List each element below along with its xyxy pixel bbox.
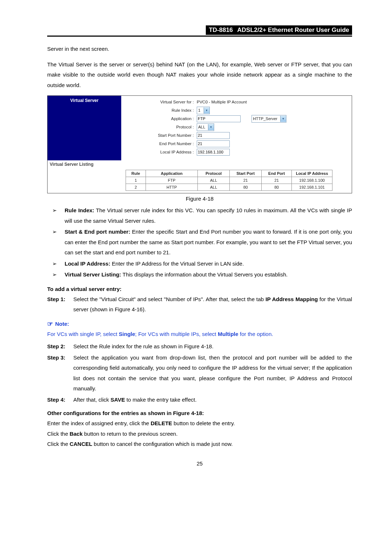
application-input[interactable] bbox=[197, 115, 241, 122]
local-ip-label: Local IP Address : bbox=[125, 150, 195, 154]
hand-point-right-icon: ☞ bbox=[47, 320, 53, 328]
definition-list: Rule Index: The Virtual server rule inde… bbox=[47, 205, 352, 280]
start-port-input[interactable] bbox=[197, 132, 230, 139]
header-model: TD-8816 bbox=[206, 25, 236, 35]
step-4: Step 4: After that, click SAVE to make t… bbox=[47, 395, 352, 405]
th-protocol: Protocol bbox=[198, 170, 230, 177]
intro-paragraph: The Virtual Server is the server or serv… bbox=[47, 59, 352, 91]
th-startport: Start Port bbox=[230, 170, 262, 177]
other-line-3: Click the CANCEL button to cancel the co… bbox=[47, 439, 352, 450]
th-rule: Rule bbox=[126, 170, 146, 177]
listing-title: Virtual Server Listing bbox=[48, 160, 118, 168]
other-line-1: Enter the index of assigned entry, click… bbox=[47, 418, 352, 429]
th-localip: Local IP Address bbox=[292, 170, 332, 177]
note-body: For VCs with single IP, select Single; F… bbox=[47, 329, 352, 339]
rule-index-select[interactable]: 1 ▾ bbox=[197, 107, 210, 114]
list-item: Start & End port number: Enter the speci… bbox=[47, 227, 352, 258]
list-item: Rule Index: The Virtual server rule inde… bbox=[47, 205, 352, 226]
add-entry-heading: To add a virtual server entry: bbox=[47, 286, 352, 292]
end-port-label: End Port Number : bbox=[125, 141, 195, 146]
note-heading: ☞ Note: bbox=[47, 320, 352, 328]
th-application: Application bbox=[146, 170, 198, 177]
header-title: ADSL2/2+ Ethernet Router User Guide bbox=[236, 25, 352, 35]
page-header: TD-8816ADSL2/2+ Ethernet Router User Gui… bbox=[47, 25, 352, 37]
step-3: Step 3: Select the application you want … bbox=[47, 353, 352, 394]
protocol-label: Protocol : bbox=[125, 125, 195, 129]
local-ip-input[interactable] bbox=[197, 149, 230, 156]
for-label: Virtual Server for : bbox=[125, 100, 195, 104]
virtual-server-figure: Virtual Server Virtual Server for : PVC0… bbox=[47, 95, 352, 193]
table-header-row: Rule Application Protocol Start Port End… bbox=[126, 170, 332, 177]
other-config-heading: Other configurations for the entries as … bbox=[47, 410, 352, 416]
th-endport: End Port bbox=[262, 170, 292, 177]
step-1: Step 1: Select the "Virtual Circuit" and… bbox=[47, 294, 352, 315]
other-line-2: Click the Back button to return to the p… bbox=[47, 429, 352, 439]
start-port-label: Start Port Number : bbox=[125, 133, 195, 138]
table-row: 2 HTTP ALL 80 80 192.168.1.101 bbox=[126, 184, 332, 191]
chevron-down-icon: ▾ bbox=[280, 116, 286, 122]
chevron-down-icon: ▾ bbox=[208, 124, 214, 130]
application-preset-select[interactable]: HTTP_Server ▾ bbox=[252, 115, 286, 123]
end-port-input[interactable] bbox=[197, 140, 230, 147]
listing-table: Rule Application Protocol Start Port End… bbox=[126, 170, 332, 191]
chevron-down-icon: ▾ bbox=[204, 107, 209, 114]
rule-index-label: Rule Index : bbox=[125, 108, 195, 112]
step-2: Step 2: Select the Rule index for the ru… bbox=[47, 341, 352, 352]
list-item: Local IP Address: Enter the IP Address f… bbox=[47, 259, 352, 269]
panel-title: Virtual Server bbox=[48, 96, 121, 160]
list-item: Virtual Server Listing: This displays th… bbox=[47, 270, 352, 280]
protocol-select[interactable]: ALL ▾ bbox=[197, 123, 214, 131]
figure-caption: Figure 4-18 bbox=[47, 196, 352, 202]
intro-line-1: Server in the next screen. bbox=[47, 44, 352, 54]
for-value: PVC0 - Multiple IP Account bbox=[197, 100, 247, 104]
table-row: 1 FTP ALL 21 21 192.168.1.100 bbox=[126, 177, 332, 184]
application-label: Application : bbox=[125, 116, 195, 121]
page-number: 25 bbox=[47, 460, 352, 467]
